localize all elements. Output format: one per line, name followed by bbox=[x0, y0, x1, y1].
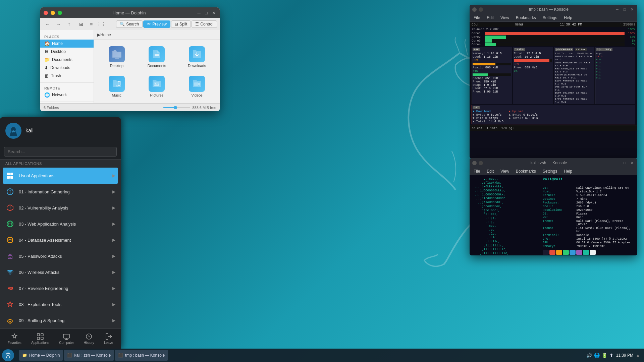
window-ctrl-btn3[interactable]: ✕ bbox=[211, 10, 216, 15]
history-footer-btn[interactable]: History bbox=[80, 331, 98, 346]
dolphin-title: Home — Dolphin bbox=[65, 10, 194, 15]
restore-btn2[interactable]: ─ bbox=[614, 160, 620, 166]
taskbar-dolphin[interactable]: 📁 Home — Dolphin bbox=[19, 350, 63, 361]
dolphin-sidebar: Places 🏠 Home 🖥 Desktop 📁 Documents ⬇ Do… bbox=[40, 30, 94, 103]
close-x-btn1[interactable]: ✕ bbox=[629, 7, 635, 12]
close-btn-konsole2[interactable] bbox=[472, 161, 477, 165]
close-x-btn2[interactable]: ✕ bbox=[629, 160, 635, 166]
menu-item-01[interactable]: 01 - Information Gathering ▶ bbox=[0, 184, 121, 200]
sidebar-item-trash[interactable]: 🗑 Trash bbox=[40, 72, 94, 80]
file-menu2[interactable]: File bbox=[472, 168, 481, 174]
forward-button[interactable]: → bbox=[54, 19, 63, 29]
view-menu2[interactable]: View bbox=[499, 168, 511, 174]
taskbar-apps: 📁 Home — Dolphin ⬛ kali : zsh — Konsole … bbox=[17, 350, 582, 361]
list-view-button[interactable]: ≡ bbox=[87, 19, 96, 29]
menu-item-03[interactable]: 03 - Web Application Analysis ▶ bbox=[0, 216, 121, 232]
help-menu2[interactable]: Help bbox=[562, 168, 574, 174]
favorites-footer-btn[interactable]: Favorites bbox=[4, 331, 25, 346]
menu-item-08[interactable]: 08 - Exploitation Tools ▶ bbox=[0, 296, 121, 312]
help-menu[interactable]: Help bbox=[562, 15, 574, 21]
menu-item-02[interactable]: 02 - Vulnerability Analysis ▶ bbox=[0, 200, 121, 216]
preview-button[interactable]: 👁 Preview bbox=[143, 20, 170, 28]
color-white bbox=[590, 250, 596, 255]
file-documents[interactable]: Documents bbox=[138, 44, 176, 70]
menu-item-09[interactable]: 09 - Sniffing & Spoofing ▶ bbox=[0, 312, 121, 328]
file-videos[interactable]: Videos bbox=[178, 73, 216, 100]
neofetch-info: kali@kali ---------- OS: Kali GNU/Linux … bbox=[540, 175, 637, 255]
file-music[interactable]: Music bbox=[98, 73, 136, 100]
sidebar-item-documents[interactable]: 📁 Documents bbox=[40, 56, 94, 64]
bookmarks-menu2[interactable]: Bookmarks bbox=[515, 168, 537, 174]
window-ctrl-btn[interactable]: ─ bbox=[196, 10, 202, 15]
detail-view-button[interactable]: ⋮⋮ bbox=[97, 19, 106, 29]
svg-point-27 bbox=[9, 322, 11, 324]
breadcrumb: ▶ Home bbox=[94, 30, 220, 40]
window-ctrl-btn2[interactable]: □ bbox=[204, 10, 209, 15]
tray-icon-3[interactable]: 🔋 bbox=[602, 353, 607, 358]
tray-expand[interactable]: ▲ bbox=[636, 353, 640, 358]
close-btn-konsole1[interactable] bbox=[472, 7, 477, 12]
split-button[interactable]: ⊟ Split bbox=[171, 20, 191, 28]
taskbar-konsole-zsh[interactable]: ⬛ kali : zsh — Konsole bbox=[64, 350, 114, 361]
control-button[interactable]: ☰ Control bbox=[192, 20, 217, 28]
kali-menu-button[interactable] bbox=[2, 349, 14, 361]
edit-menu2[interactable]: Edit bbox=[485, 168, 495, 174]
sniff-arrow: ▶ bbox=[112, 318, 115, 323]
file-downloads[interactable]: Downloads bbox=[178, 44, 216, 70]
breadcrumb-home[interactable]: Home bbox=[100, 33, 111, 37]
bookmarks-menu[interactable]: Bookmarks bbox=[515, 15, 537, 21]
menu-item-06[interactable]: 06 - Wireless Attacks ▶ bbox=[0, 264, 121, 280]
exploit-icon bbox=[5, 300, 15, 309]
tray-icon-1[interactable]: 🔊 bbox=[586, 353, 592, 358]
grid-view-button[interactable]: ⊞ bbox=[76, 19, 86, 29]
menu-item-07[interactable]: 07 - Reverse Engineering ▶ bbox=[0, 280, 121, 296]
user-avatar bbox=[5, 123, 21, 139]
tray-icon-4[interactable]: ⬆ bbox=[609, 353, 613, 358]
menu-item-04[interactable]: 04 - Database Assessment ▶ bbox=[0, 232, 121, 248]
up-button[interactable]: ↑ bbox=[64, 19, 74, 29]
restore-btn1[interactable]: ─ bbox=[614, 7, 620, 12]
minimize-button[interactable] bbox=[51, 11, 55, 15]
file-desktop[interactable]: Desktop bbox=[98, 44, 136, 70]
maximize-button[interactable] bbox=[58, 11, 62, 15]
search-input[interactable] bbox=[4, 147, 117, 157]
sidebar-item-home[interactable]: 🏠 Home bbox=[40, 40, 94, 48]
sidebar-item-downloads[interactable]: ⬇ Downloads bbox=[40, 64, 94, 72]
menu-item-05[interactable]: 05 - Password Attacks ▶ bbox=[0, 248, 121, 264]
view-menu[interactable]: View bbox=[499, 15, 511, 21]
close-button[interactable] bbox=[44, 11, 48, 15]
applications-footer-btn[interactable]: Applications bbox=[27, 331, 53, 346]
back-button[interactable]: ← bbox=[43, 19, 52, 29]
sidebar-item-network[interactable]: 🌐 Network bbox=[40, 91, 94, 99]
htop-select-label: select bbox=[472, 127, 482, 130]
desktop-icon: 🖥 bbox=[44, 49, 49, 54]
db-assessment-icon bbox=[5, 235, 15, 245]
settings-menu2[interactable]: Settings bbox=[541, 168, 558, 174]
resize-btn2[interactable]: □ bbox=[622, 160, 627, 166]
tray-icon-2[interactable]: 🌐 bbox=[594, 353, 600, 358]
svg-rect-30 bbox=[37, 337, 40, 340]
search-button[interactable]: 🔍 Search bbox=[116, 20, 143, 28]
pw-arrow: ▶ bbox=[112, 254, 115, 258]
file-pictures[interactable]: Pictures bbox=[138, 73, 176, 100]
min-btn-konsole2[interactable] bbox=[479, 161, 483, 165]
svg-rect-15 bbox=[10, 176, 13, 179]
info-gathering-icon bbox=[5, 187, 15, 196]
konsole-top-menubar: File Edit View Bookmarks Settings Help bbox=[470, 14, 637, 22]
places-label: Places bbox=[40, 34, 94, 40]
edit-menu[interactable]: Edit bbox=[485, 15, 495, 21]
settings-menu[interactable]: Settings bbox=[541, 15, 558, 21]
resize-btn1[interactable]: □ bbox=[622, 7, 627, 12]
usual-applications-item[interactable]: Usual Applications ▶ bbox=[3, 168, 118, 184]
documents-label: Documents bbox=[148, 64, 166, 68]
leave-footer-btn[interactable]: Leave bbox=[100, 331, 117, 346]
usual-apps-icon bbox=[5, 171, 15, 180]
color-teal bbox=[583, 250, 589, 255]
all-apps-label: All Applications bbox=[0, 160, 121, 168]
file-menu[interactable]: File bbox=[472, 15, 481, 21]
taskbar-konsole-bash[interactable]: ⬛ tmp : bash — Konsole bbox=[115, 350, 168, 361]
sidebar-item-desktop[interactable]: 🖥 Desktop bbox=[40, 48, 94, 56]
zoom-slider[interactable] bbox=[163, 107, 190, 108]
min-btn-konsole1[interactable] bbox=[479, 7, 483, 12]
computer-footer-btn[interactable]: Computer bbox=[55, 331, 78, 346]
